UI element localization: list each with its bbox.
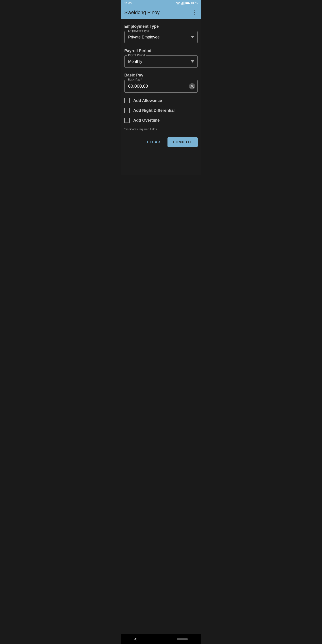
status-icons: 100% <box>176 2 198 5</box>
add-night-differential-checkbox[interactable] <box>124 108 130 113</box>
basic-pay-input-container: Basic Pay * <box>124 80 198 92</box>
payroll-period-field-label: Payroll Period <box>127 54 146 57</box>
status-time: 11:00 <box>124 2 132 5</box>
bottom-spacer <box>124 156 198 170</box>
payroll-period-dropdown-container: Payroll Period Monthly Semi-Monthly Week… <box>124 56 198 68</box>
dot2 <box>194 12 194 13</box>
payroll-period-select[interactable]: Monthly Semi-Monthly Weekly Daily <box>124 56 198 67</box>
add-overtime-row[interactable]: Add Overtime <box>124 118 198 123</box>
checkboxes-section: Add Allowance Add Night Differential Add… <box>124 98 198 123</box>
compute-button[interactable]: COMPUTE <box>168 137 198 147</box>
clear-basic-pay-button[interactable] <box>189 83 195 90</box>
svg-rect-7 <box>186 2 189 4</box>
battery-percentage: 100% <box>191 2 198 5</box>
basic-pay-field-label: Basic Pay * <box>127 78 143 81</box>
add-allowance-row[interactable]: Add Allowance <box>124 98 198 103</box>
dot1 <box>194 10 194 11</box>
battery-icon <box>185 2 190 4</box>
add-overtime-label: Add Overtime <box>133 118 160 123</box>
dot3 <box>194 14 194 15</box>
status-bar: 11:00 100% <box>121 0 201 6</box>
required-note: * indicates required fields <box>124 128 198 131</box>
basic-pay-section: Basic Pay Basic Pay * <box>124 73 198 92</box>
clear-button[interactable]: CLEAR <box>143 138 164 147</box>
app-title: Sweldong Pinoy <box>124 10 160 16</box>
app-bar: Sweldong Pinoy <box>121 6 201 19</box>
payroll-period-heading: Payroll Period <box>124 48 198 53</box>
svg-rect-2 <box>182 2 183 5</box>
svg-rect-1 <box>182 3 182 5</box>
basic-pay-input[interactable] <box>124 80 198 92</box>
svg-rect-3 <box>183 2 184 4</box>
main-content: Employment Type Employment Type Private … <box>121 19 201 175</box>
employment-type-field-label: Employment Type <box>127 29 150 32</box>
add-night-differential-label: Add Night Differential <box>133 108 175 113</box>
svg-rect-4 <box>184 2 185 4</box>
svg-rect-6 <box>190 3 190 4</box>
add-allowance-label: Add Allowance <box>133 98 162 103</box>
employment-type-select[interactable]: Private Employee Government Employee Sel… <box>124 31 198 43</box>
signal-icon <box>181 2 184 5</box>
employment-type-section: Employment Type Employment Type Private … <box>124 24 198 43</box>
wifi-icon <box>176 2 180 5</box>
payroll-period-section: Payroll Period Payroll Period Monthly Se… <box>124 48 198 68</box>
basic-pay-heading: Basic Pay <box>124 73 198 78</box>
action-buttons: CLEAR COMPUTE <box>124 137 198 147</box>
more-options-button[interactable] <box>190 9 198 16</box>
employment-type-dropdown-container: Employment Type Private Employee Governm… <box>124 31 198 43</box>
add-night-differential-row[interactable]: Add Night Differential <box>124 108 198 113</box>
add-overtime-checkbox[interactable] <box>124 118 130 123</box>
employment-type-heading: Employment Type <box>124 24 198 29</box>
clear-icon <box>190 85 194 88</box>
svg-rect-0 <box>181 3 182 4</box>
add-allowance-checkbox[interactable] <box>124 98 130 103</box>
